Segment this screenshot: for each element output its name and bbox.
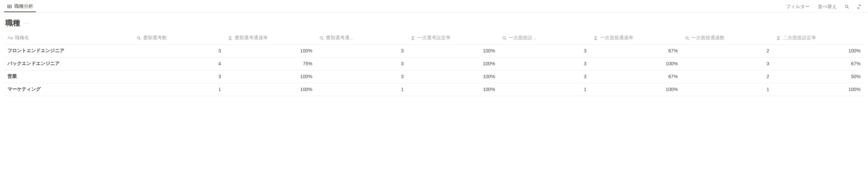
table-icon [7,4,12,9]
table-wrap: Aa職種名書類選考数書類選考通過率書類選考通...一次選考設定率一次面接設...… [4,31,864,96]
filter-button[interactable]: フィルター [783,2,812,11]
table-row[interactable]: マーケティング1100%1100%1100%1100% [4,83,864,96]
data-cell[interactable]: 3 [133,44,224,57]
filter-label: フィルター [786,4,810,10]
data-cell[interactable]: 4 [133,57,224,70]
column-label: 一次選考設定率 [417,35,451,41]
column-header[interactable]: 二次面接設定率 [773,31,864,44]
column-label: 書類選考通過率 [235,35,268,41]
column-header[interactable]: 一次面接通過数 [681,31,772,44]
column-header[interactable]: 一次選考設定率 [407,31,498,44]
sort-button[interactable]: 並べ替え [815,2,840,11]
data-cell[interactable]: 3 [498,70,590,83]
table-row[interactable]: バックエンドエンジニア475%3100%3100%367% [4,57,864,70]
toolbar: 職種分析 フィルター 並べ替え [0,0,868,12]
data-cell[interactable]: 3 [316,70,407,83]
row-name-cell[interactable]: マーケティング [4,83,133,96]
data-cell[interactable]: 100% [224,70,316,83]
row-name-cell[interactable]: フロントエンドエンジニア [4,44,133,57]
data-cell[interactable]: 3 [498,44,590,57]
rollup-icon [502,36,507,40]
data-cell[interactable]: 3 [681,57,772,70]
data-cell[interactable]: 3 [133,70,224,83]
view-tab-label: 職種分析 [14,3,33,9]
page-title: 職種 [5,18,20,28]
column-header[interactable]: 書類選考通... [316,31,407,44]
column-label: 二次面接設定率 [783,35,816,41]
data-cell[interactable]: 3 [498,57,590,70]
column-label: 一次面接通過率 [600,35,633,41]
expand-icon [856,4,862,9]
data-cell[interactable]: 100% [590,83,681,96]
sort-label: 並べ替え [818,4,837,10]
formula-icon [228,36,233,40]
data-cell[interactable]: 1 [133,83,224,96]
table-body: フロントエンドエンジニア3100%3100%367%2100%バックエンドエンジ… [4,44,864,96]
title-type-icon: Aa [7,35,13,40]
rollup-icon [685,36,689,40]
column-label: 一次面接設... [509,35,536,41]
table-header-row: Aa職種名書類選考数書類選考通過率書類選考通...一次選考設定率一次面接設...… [4,31,864,44]
data-cell[interactable]: 3 [316,44,407,57]
toolbar-left: 職種分析 [4,1,36,12]
data-cell[interactable]: 100% [407,44,498,57]
data-cell[interactable]: 75% [224,57,316,70]
formula-icon [411,36,415,40]
data-cell[interactable]: 2 [681,70,772,83]
column-header[interactable]: Aa職種名 [4,31,133,44]
data-cell[interactable]: 67% [773,57,864,70]
row-name-cell[interactable]: バックエンドエンジニア [4,57,133,70]
formula-icon [776,36,781,40]
data-cell[interactable]: 100% [224,44,316,57]
formula-icon [593,36,598,40]
column-label: 書類選考通... [326,35,354,41]
data-cell[interactable]: 3 [316,57,407,70]
data-cell[interactable]: 100% [773,83,864,96]
rollup-icon [136,36,141,40]
data-cell[interactable]: 1 [316,83,407,96]
data-cell[interactable]: 1 [681,83,772,96]
search-button[interactable] [842,2,852,12]
column-header[interactable]: 書類選考数 [133,31,224,44]
data-cell[interactable]: 67% [590,44,681,57]
rollup-icon [319,36,324,40]
data-cell[interactable]: 50% [773,70,864,83]
data-cell[interactable]: 100% [590,57,681,70]
data-cell[interactable]: 67% [590,70,681,83]
title-row: 職種 ⋯ [4,16,864,31]
content: 職種 ⋯ Aa職種名書類選考数書類選考通過率書類選考通...一次選考設定率一次面… [0,13,868,96]
column-header[interactable]: 書類選考通過率 [224,31,316,44]
data-cell[interactable]: 100% [407,83,498,96]
data-table: Aa職種名書類選考数書類選考通過率書類選考通...一次選考設定率一次面接設...… [4,31,864,96]
data-cell[interactable]: 100% [407,70,498,83]
column-header[interactable]: 一次面接通過率 [590,31,681,44]
expand-button[interactable] [854,2,864,12]
data-cell[interactable]: 1 [498,83,590,96]
table-row[interactable]: フロントエンドエンジニア3100%3100%367%2100% [4,44,864,57]
table-row[interactable]: 営業3100%3100%367%250% [4,70,864,83]
column-label: 職種名 [15,35,29,41]
column-label: 書類選考数 [143,35,167,41]
column-header[interactable]: 一次面接設... [498,31,590,44]
view-tab[interactable]: 職種分析 [4,1,36,12]
data-cell[interactable]: 100% [773,44,864,57]
data-cell[interactable]: 2 [681,44,772,57]
data-cell[interactable]: 100% [224,83,316,96]
toolbar-right: フィルター 並べ替え [783,2,864,12]
title-more-button[interactable]: ⋯ [23,20,29,26]
data-cell[interactable]: 100% [407,57,498,70]
search-icon [844,4,850,9]
column-label: 一次面接通過数 [691,35,725,41]
row-name-cell[interactable]: 営業 [4,70,133,83]
